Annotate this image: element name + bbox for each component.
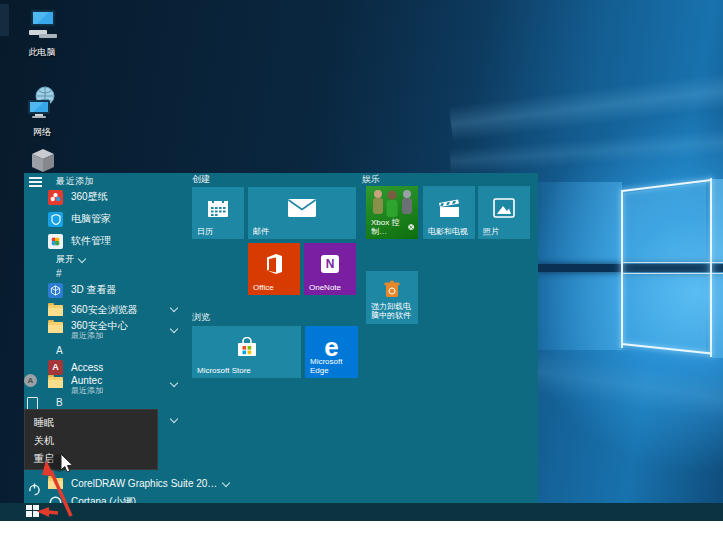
desktop-icon-this-pc[interactable]: 此电脑 <box>14 8 70 59</box>
onenote-icon: N <box>304 249 356 279</box>
chevron-down-icon[interactable] <box>170 415 178 423</box>
app-item-software-manager[interactable]: 软件管理 <box>48 231 111 251</box>
expand-label: 展开 <box>56 253 74 266</box>
app-item-label: Auntec <box>71 375 103 386</box>
window-edge-line <box>710 178 712 357</box>
expand-list-button[interactable]: 展开 <box>48 252 85 266</box>
movies-tv-icon <box>423 192 475 223</box>
tile-force-uninstall[interactable]: 强力卸载电脑中的软件 <box>366 271 418 324</box>
chevron-down-icon[interactable] <box>170 379 178 387</box>
flyout-item-label: 睡眠 <box>34 416 54 430</box>
tile-label: Microsoft Edge <box>310 357 354 375</box>
app-item-label: 360安全浏览器 <box>71 303 138 317</box>
app-item-360-browser[interactable]: 360安全浏览器 <box>48 300 138 320</box>
this-pc-icon <box>25 8 59 40</box>
flyout-item-shutdown[interactable]: 关机 <box>25 431 157 450</box>
tile-label: Office <box>253 283 296 292</box>
app-item-label: 电脑管家 <box>71 212 111 226</box>
tile-movies-tv[interactable]: 电影和电视 <box>423 186 475 239</box>
store-bag-icon <box>192 332 301 362</box>
desktop-icon-label: 网络 <box>14 126 70 139</box>
group-header-entertainment[interactable]: 娱乐 <box>362 173 380 186</box>
app-item-sublabel: 最近添加 <box>71 331 128 340</box>
section-header-a[interactable]: A <box>56 345 63 356</box>
section-header-hash[interactable]: # <box>56 268 62 279</box>
app-item-label: CorelDRAW Graphics Suite 20… <box>71 478 217 489</box>
partial-desktop-icon[interactable] <box>0 4 9 36</box>
tile-office[interactable]: Office <box>248 243 300 295</box>
tile-label: OneNote <box>309 283 352 292</box>
calendar-icon <box>192 193 244 223</box>
folder-icon <box>48 375 63 390</box>
app-item-auntec[interactable]: Auntec 最近添加 <box>48 375 103 399</box>
start-button[interactable] <box>26 505 40 518</box>
tile-label: Xbox 控制… <box>371 218 406 236</box>
app-item-360-wallpaper[interactable]: 360壁纸 <box>48 187 108 207</box>
group-header-create[interactable]: 创建 <box>192 173 210 186</box>
tile-label: 电影和电视 <box>428 227 471 236</box>
taskbar[interactable] <box>0 503 723 521</box>
app-item-sublabel: 最近添加 <box>71 386 103 395</box>
window-edge-line <box>622 273 723 274</box>
app-item-coreldraw[interactable]: CorelDRAW Graphics Suite 20… <box>48 473 229 493</box>
tile-mail[interactable]: 邮件 <box>248 187 356 239</box>
app-item-label: 360安全中心 <box>71 320 128 331</box>
access-icon: A <box>48 360 63 375</box>
cortana-icon <box>48 495 63 504</box>
flyout-item-label: 重启 <box>34 452 54 466</box>
flyout-item-label: 关机 <box>34 434 54 448</box>
folder-icon <box>48 303 63 318</box>
app-item-3d-viewer[interactable]: 3D 查看器 <box>48 280 117 300</box>
desktop-icon-label: 此电脑 <box>14 46 70 59</box>
group-header-browse[interactable]: 浏览 <box>192 311 210 324</box>
app-item-label: 3D 查看器 <box>71 283 117 297</box>
uninstall-bin-icon <box>366 277 418 300</box>
power-button[interactable] <box>28 482 41 500</box>
chevron-down-icon[interactable] <box>170 325 178 333</box>
photos-icon <box>478 192 530 223</box>
app-item-360-security-center[interactable]: 360安全中心 最近添加 <box>48 320 128 344</box>
mail-icon <box>248 193 356 223</box>
desktop-icon-network[interactable]: 网络 <box>14 86 70 139</box>
tile-label: 照片 <box>483 227 526 236</box>
desktop: 此电脑 网络 A <box>0 0 723 521</box>
folder-icon <box>48 476 63 491</box>
office-icon <box>248 249 300 279</box>
flyout-item-sleep[interactable]: 睡眠 <box>25 413 157 432</box>
window-divider-band <box>538 264 723 272</box>
3d-viewer-cube-icon <box>48 283 63 298</box>
power-flyout-menu: 睡眠 关机 重启 <box>24 409 158 470</box>
folder-icon <box>48 320 63 335</box>
box-icon <box>28 146 58 173</box>
tile-label: 强力卸载电脑中的软件 <box>371 302 414 320</box>
app-item-access[interactable]: A Access <box>48 357 103 377</box>
tile-microsoft-store[interactable]: Microsoft Store <box>192 326 301 378</box>
tile-label: 邮件 <box>253 227 352 236</box>
software-manager-pinwheel-icon <box>48 234 63 249</box>
window-pane-top <box>622 182 706 264</box>
flyout-item-restart[interactable]: 重启 <box>25 449 157 468</box>
window-pane-bottom <box>622 272 706 353</box>
app-item-label: 软件管理 <box>71 234 111 248</box>
tile-xbox[interactable]: Xbox 控制… <box>366 186 418 239</box>
power-icon <box>28 483 41 496</box>
screenshot-canvas: 此电脑 网络 A <box>0 0 723 540</box>
window-pane-sliver-bottom <box>712 272 723 358</box>
app-item-cortana[interactable]: Cortana (小娜) <box>48 492 136 503</box>
360-wallpaper-icon <box>48 190 63 205</box>
menu-hamburger-button[interactable] <box>29 177 42 187</box>
window-edge-line <box>622 262 723 263</box>
chevron-down-icon[interactable] <box>170 304 178 312</box>
network-icon <box>24 86 60 120</box>
tile-label: 日历 <box>197 227 240 236</box>
section-header-b[interactable]: B <box>56 397 63 408</box>
tile-calendar[interactable]: 日历 <box>192 187 244 239</box>
tile-microsoft-edge[interactable]: e Microsoft Edge <box>305 326 358 378</box>
app-item-pc-manager[interactable]: 电脑管家 <box>48 209 111 229</box>
tile-label: Microsoft Store <box>197 366 297 375</box>
tile-photos[interactable]: 照片 <box>478 186 530 239</box>
tile-onenote[interactable]: N OneNote <box>304 243 356 295</box>
chevron-down-icon <box>78 255 86 263</box>
xbox-ball-icon <box>408 223 414 231</box>
user-avatar[interactable]: A <box>24 374 37 387</box>
